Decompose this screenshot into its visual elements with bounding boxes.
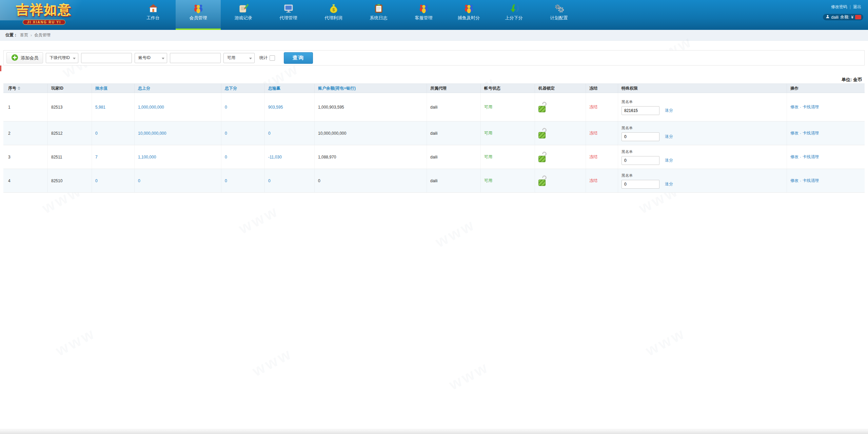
blacklist-input[interactable] [622,156,659,165]
blacklist-input[interactable] [622,132,659,141]
chevron-down-icon [249,58,252,59]
cell-status: 可用 [481,145,535,169]
cell-balance: 1,000,903,595 [315,93,427,121]
brand-title: 吉祥如意 [7,1,81,19]
top-right-links: 修改密码 退出 [831,4,861,10]
table-row: 2 82512 0 10,000,000,000 0 0 10,000,000,… [3,121,865,145]
nav-item-system-log[interactable]: 系统日志 [356,0,401,30]
cell-seq: 1 [3,93,48,121]
ops-separator: · [800,155,801,159]
send-score-link[interactable]: 送分 [665,181,673,187]
footer-strip [0,429,868,434]
search-button[interactable]: 查询 [284,52,313,64]
cell-winloss: 903,595 [265,93,315,121]
home-icon [148,3,159,14]
cell-agent: daili [427,169,481,192]
cell-balance: 0 [315,169,427,192]
nav-item-agent-profit[interactable]: $ 代理利润 [311,0,356,30]
cell-rake: 0 [92,121,135,145]
nav-item-workbench[interactable]: 工作台 [131,0,176,30]
agent-filter-value: 下级代理ID [50,55,70,61]
balance-badge[interactable] [855,15,861,19]
cell-total-up: 0 [135,169,221,192]
unlocked-icon[interactable] [538,102,548,113]
nav-item-support-management[interactable]: 客服管理 [401,0,446,30]
cell-total-down: 0 [221,145,265,169]
blacklist-input[interactable] [622,180,659,189]
header-agent: 所属代理 [427,84,481,93]
nav-label: 计划配置 [550,15,568,21]
account-filter-select[interactable]: 账号ID [135,53,167,63]
freeze-link[interactable]: 冻结 [589,178,597,184]
nav-item-score-updown[interactable]: 上分下分 [491,0,536,30]
header-account-status: 帐号状态 [481,84,535,93]
account-id-input[interactable] [170,53,221,63]
user-balance-pill[interactable]: daili 余额: ¥ [823,14,863,20]
header-rake[interactable]: 抽水值 [92,84,135,93]
header-total-up[interactable]: 总上分 [135,84,221,93]
add-member-label: 添加会员 [21,55,38,61]
agent-filter-select[interactable]: 下级代理ID [46,53,78,63]
cell-machine-lock [535,121,586,145]
blacklist-input[interactable] [622,106,659,115]
modify-link[interactable]: 修改 [790,178,798,184]
agent-id-input[interactable] [81,53,132,63]
statistics-option: 统计 [259,55,275,61]
breadcrumb-home[interactable]: 首页 [20,32,28,38]
unlocked-icon[interactable] [538,175,548,186]
clear-line-link[interactable]: 卡线清理 [803,178,819,184]
send-score-link[interactable]: 送分 [665,157,673,163]
freeze-link[interactable]: 冻结 [589,104,597,110]
send-score-link[interactable]: 送分 [665,134,673,139]
freeze-link[interactable]: 冻结 [589,154,597,160]
header-total-down[interactable]: 总下分 [221,84,265,93]
clear-line-link[interactable]: 卡线清理 [803,130,819,136]
change-password-link[interactable]: 修改密码 [831,4,847,10]
modify-link[interactable]: 修改 [790,130,798,136]
blacklist-label: 黑名单 [622,149,633,154]
cell-player-id: 82510 [48,169,92,192]
unlocked-icon[interactable] [538,128,548,139]
add-member-button[interactable]: 添加会员 [6,52,43,63]
cell-freeze: 冻结 [586,93,618,121]
status-filter-select[interactable]: 可用 [223,53,255,63]
unlocked-icon[interactable] [538,152,548,163]
header-seq[interactable]: 序号 [3,84,48,93]
send-score-link[interactable]: 送分 [665,108,673,113]
nav-item-member-management[interactable]: 会员管理 [176,0,221,30]
chevron-down-icon [162,58,164,59]
nav-item-game-records[interactable]: 游戏记录 [221,0,266,30]
modify-link[interactable]: 修改 [790,104,798,110]
cell-freeze: 冻结 [586,169,618,192]
score-updown-icon [509,3,519,14]
cell-freeze: 冻结 [586,121,618,145]
cell-rake: 5,981 [92,93,135,121]
system-log-icon [373,3,384,14]
header-winloss[interactable]: 总输赢 [265,84,315,93]
sort-icon[interactable] [18,87,20,90]
cell-total-down: 0 [221,121,265,145]
cell-operations: 修改 · 卡线清理 [787,93,865,121]
table-row: 4 82510 0 0 0 0 0 daili 可用 冻结 黑名单 送分 修改 … [3,169,865,193]
main-menu: 工作台 会员管理 游戏记录 代理管理 $ 代理利润 [131,0,581,30]
logout-link[interactable]: 退出 [853,4,861,10]
cell-balance: 1,088,970 [315,145,427,169]
modify-link[interactable]: 修改 [790,154,798,160]
statistics-checkbox[interactable] [270,55,275,61]
blacklist-label: 黑名单 [622,99,633,105]
cell-agent: daili [427,121,481,145]
freeze-link[interactable]: 冻结 [589,130,597,136]
nav-item-fishing-score[interactable]: 捕鱼及时分 [446,0,491,30]
clear-line-link[interactable]: 卡线清理 [803,104,819,110]
cell-operations: 修改 · 卡线清理 [787,169,865,192]
nav-label: 系统日志 [370,15,388,21]
user-name: daili [831,15,839,20]
nav-item-agent-management[interactable]: 代理管理 [266,0,311,30]
nav-item-plan-config[interactable]: 计划配置 [536,0,581,30]
nav-label: 代理利润 [325,15,342,21]
table-row: 1 82513 5,981 1,000,000,000 0 903,595 1,… [3,93,865,121]
header-player-id: 玩家ID [48,84,92,93]
cell-player-id: 82512 [48,121,92,145]
clear-line-link[interactable]: 卡线清理 [803,154,819,160]
header-balance[interactable]: 账户余额(荷包+银行) [315,84,427,93]
